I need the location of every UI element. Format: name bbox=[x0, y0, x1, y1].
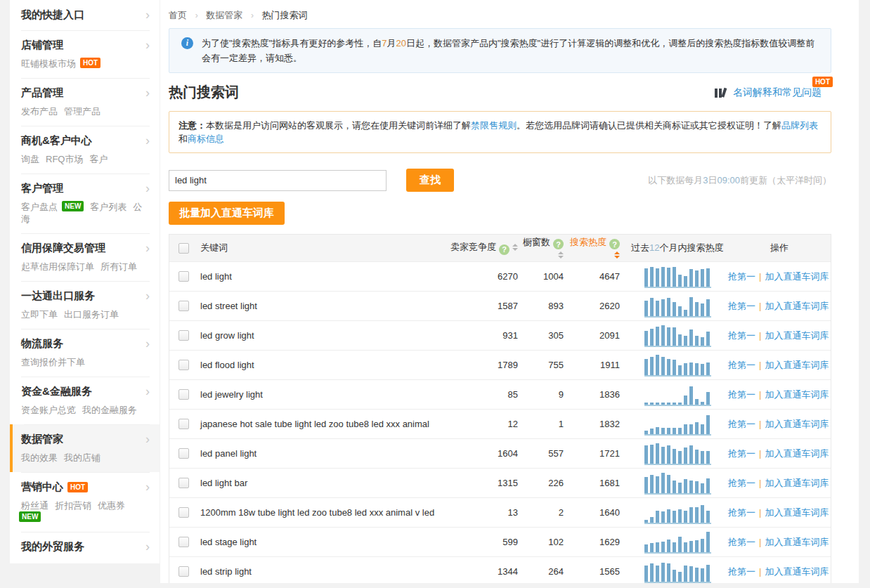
add-to-p4p-link[interactable]: 加入直通车词库 bbox=[765, 537, 829, 547]
breadcrumb-home[interactable]: 首页 bbox=[169, 10, 187, 20]
grab-first-link[interactable]: 抢第一 bbox=[728, 537, 755, 547]
grab-first-link[interactable]: 抢第一 bbox=[728, 566, 755, 577]
sidebar-sublink[interactable]: 客户 bbox=[89, 154, 108, 164]
spark-bar bbox=[644, 301, 648, 316]
spark-bar bbox=[706, 565, 710, 582]
sidebar-item-title[interactable]: 资金&金融服务› bbox=[21, 384, 150, 398]
grab-first-link[interactable]: 抢第一 bbox=[728, 389, 755, 400]
grab-first-link[interactable]: 抢第一 bbox=[728, 478, 755, 488]
add-to-p4p-link[interactable]: 加入直通车词库 bbox=[765, 301, 829, 311]
sidebar-sublink[interactable]: 客户列表 bbox=[90, 202, 126, 212]
select-all-checkbox[interactable] bbox=[178, 243, 189, 254]
sidebar-sublink[interactable]: 我的店铺 bbox=[64, 452, 100, 463]
sort-icon-active[interactable] bbox=[614, 251, 620, 259]
sidebar-sublink[interactable]: 出口服务订单 bbox=[64, 309, 119, 320]
sidebar-sublink[interactable]: 管理产品 bbox=[64, 106, 100, 117]
spark-bar bbox=[673, 481, 676, 493]
inline-link[interactable]: 禁限售规则 bbox=[471, 120, 517, 131]
batch-add-button[interactable]: 批量加入直通车词库 bbox=[169, 202, 285, 225]
add-to-p4p-link[interactable]: 加入直通车词库 bbox=[765, 360, 829, 370]
spark-bar bbox=[661, 447, 665, 464]
sort-icon[interactable] bbox=[512, 244, 518, 251]
chevron-right-icon: › bbox=[145, 386, 150, 397]
sidebar-item-title[interactable]: 数据管家› bbox=[21, 432, 150, 446]
sidebar-item-title[interactable]: 我的快捷入口› bbox=[21, 8, 150, 22]
sort-icon[interactable] bbox=[558, 251, 564, 259]
action-cell: 抢第一|加入直通车词库 bbox=[713, 329, 831, 342]
add-to-p4p-link[interactable]: 加入直通车词库 bbox=[765, 419, 829, 429]
inline-link[interactable]: 商标信息 bbox=[188, 133, 224, 144]
sidebar-item-title[interactable]: 一达通出口服务› bbox=[21, 289, 150, 303]
add-to-p4p-link[interactable]: 加入直通车词库 bbox=[765, 271, 829, 282]
search-input[interactable] bbox=[169, 170, 387, 191]
row-checkbox[interactable] bbox=[178, 448, 189, 459]
sidebar-sublink[interactable]: 折扣营销 bbox=[55, 500, 91, 511]
grab-first-link[interactable]: 抢第一 bbox=[728, 448, 755, 459]
sidebar-sublink[interactable]: 查询报价并下单 bbox=[21, 357, 85, 367]
header-showcase[interactable]: 橱窗数? bbox=[518, 236, 564, 261]
row-checkbox[interactable] bbox=[178, 301, 189, 311]
inline-link[interactable]: 品牌列表 bbox=[781, 120, 818, 131]
grab-first-link[interactable]: 抢第一 bbox=[728, 360, 755, 370]
sidebar-sublink[interactable]: 起草信用保障订单 bbox=[21, 261, 94, 272]
faq-link[interactable]: 名词解释和常见问题 bbox=[733, 86, 822, 99]
grab-first-link[interactable]: 抢第一 bbox=[728, 507, 755, 518]
sidebar-item-title[interactable]: 信用保障交易管理› bbox=[21, 241, 150, 255]
sidebar-sublink[interactable]: 我的效果 bbox=[21, 452, 58, 463]
sidebar-sublink[interactable]: 客户盘点 bbox=[21, 202, 58, 212]
sidebar-item-title[interactable]: 商机&客户中心› bbox=[21, 133, 150, 148]
header-heat[interactable]: 搜索热度? bbox=[564, 236, 620, 261]
sidebar-sublink[interactable]: 旺铺模板市场 bbox=[21, 58, 76, 69]
sidebar-sublink[interactable]: RFQ市场 bbox=[46, 154, 83, 164]
sidebar-item-title[interactable]: 我的外贸服务› bbox=[21, 540, 150, 554]
sidebar-sublink[interactable]: 我的金融服务 bbox=[82, 405, 137, 415]
breadcrumb-data-manager[interactable]: 数据管家 bbox=[206, 10, 242, 20]
sidebar-sublink[interactable]: 询盘 bbox=[21, 154, 39, 164]
sidebar-item-title[interactable]: 客户管理› bbox=[21, 181, 150, 195]
spark-bar bbox=[673, 449, 676, 464]
add-to-p4p-link[interactable]: 加入直通车词库 bbox=[765, 478, 829, 488]
sidebar-sublink[interactable]: 发布产品 bbox=[21, 106, 58, 117]
row-checkbox[interactable] bbox=[178, 360, 189, 370]
text-segment: 。若您选用品牌词请确认已提供相关商标证或其它授权证明！了解 bbox=[517, 120, 781, 131]
sidebar-item-title[interactable]: 物流服务› bbox=[21, 337, 150, 351]
add-to-p4p-link[interactable]: 加入直通车词库 bbox=[765, 330, 829, 341]
help-icon[interactable]: ? bbox=[553, 239, 564, 249]
row-checkbox[interactable] bbox=[178, 537, 189, 547]
row-checkbox[interactable] bbox=[178, 507, 189, 518]
add-to-p4p-link[interactable]: 加入直通车词库 bbox=[765, 448, 829, 459]
add-to-p4p-link[interactable]: 加入直通车词库 bbox=[765, 389, 829, 400]
search-button[interactable]: 查找 bbox=[406, 169, 454, 192]
row-checkbox[interactable] bbox=[178, 330, 189, 341]
row-checkbox[interactable] bbox=[178, 419, 189, 429]
sidebar-sublink[interactable]: 粉丝通 bbox=[21, 500, 48, 511]
grab-first-link[interactable]: 抢第一 bbox=[728, 271, 755, 282]
row-checkbox[interactable] bbox=[178, 389, 189, 400]
row-checkbox[interactable] bbox=[178, 566, 189, 577]
chevron-right-icon: › bbox=[145, 242, 150, 254]
add-to-p4p-link[interactable]: 加入直通车词库 bbox=[765, 566, 829, 577]
competition-cell: 13 bbox=[448, 507, 518, 518]
grab-first-link[interactable]: 抢第一 bbox=[728, 419, 755, 429]
grab-first-link[interactable]: 抢第一 bbox=[728, 301, 755, 311]
trend-sparkline bbox=[644, 382, 711, 406]
help-icon[interactable]: ? bbox=[609, 239, 620, 249]
grab-first-link[interactable]: 抢第一 bbox=[728, 330, 755, 341]
text-segment: 和 bbox=[178, 133, 188, 144]
keywords-table: 关键词 卖家竞争度? 橱窗数? 搜索热度? 过去12个月内搜索热度 操作 led… bbox=[169, 234, 831, 583]
sidebar-sublink[interactable]: 优惠券 bbox=[98, 500, 125, 511]
row-checkbox[interactable] bbox=[178, 478, 189, 488]
sidebar-item-title[interactable]: 店铺管理› bbox=[21, 38, 150, 52]
sidebar-sublink[interactable]: 立即下单 bbox=[21, 309, 58, 320]
help-icon[interactable]: ? bbox=[499, 244, 509, 255]
sidebar-item-title[interactable]: 产品管理› bbox=[21, 86, 150, 100]
sidebar-item-title[interactable]: 营销中心HOT› bbox=[21, 480, 150, 494]
chevron-right-icon: › bbox=[145, 9, 150, 20]
action-cell: 抢第一|加入直通车词库 bbox=[713, 388, 831, 401]
add-to-p4p-link[interactable]: 加入直通车词库 bbox=[765, 507, 829, 518]
sidebar-sublink[interactable]: 资金账户总览 bbox=[21, 405, 76, 415]
sidebar-sublink[interactable]: 所有订单 bbox=[100, 261, 137, 272]
header-competition[interactable]: 卖家竞争度? bbox=[448, 241, 518, 255]
spark-bar bbox=[644, 359, 648, 375]
row-checkbox[interactable] bbox=[178, 271, 189, 282]
